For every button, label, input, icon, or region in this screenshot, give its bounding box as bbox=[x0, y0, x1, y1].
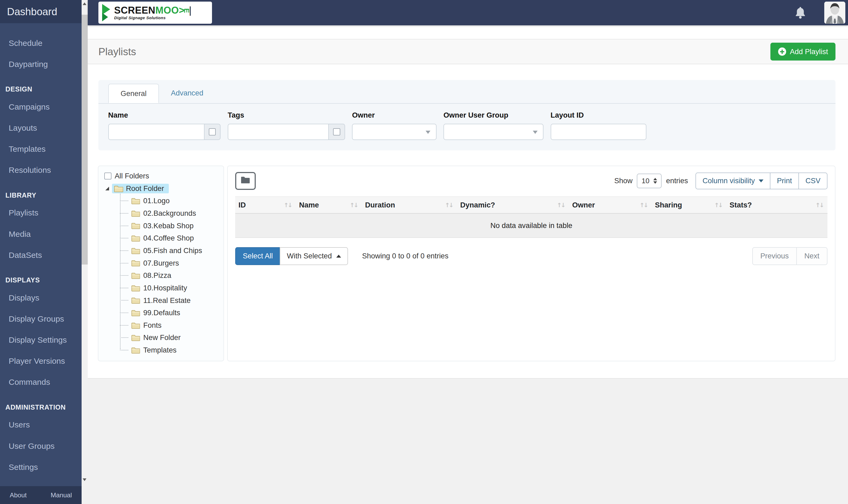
tree-node-templates[interactable]: Templates bbox=[120, 344, 220, 357]
tree-node-01-logo[interactable]: 01.Logo bbox=[120, 195, 220, 207]
select-all-button[interactable]: Select All bbox=[235, 247, 280, 265]
with-selected-dropdown[interactable]: With Selected bbox=[280, 247, 348, 265]
name-input[interactable] bbox=[108, 124, 204, 140]
folder-icon bbox=[114, 185, 123, 192]
manual-link[interactable]: Manual bbox=[51, 491, 72, 499]
tree-node-99-defaults[interactable]: 99.Defaults bbox=[120, 307, 220, 319]
playlists-table: ID↑↓Name↑↓Duration↑↓Dynamic?↑↓Owner↑↓Sha… bbox=[235, 196, 828, 238]
logo-tagline: Digital Signage Solutions bbox=[114, 16, 192, 20]
folder-icon bbox=[131, 297, 141, 304]
folder-icon bbox=[131, 322, 141, 329]
csv-button[interactable]: CSV bbox=[798, 173, 828, 189]
print-button[interactable]: Print bbox=[770, 173, 799, 189]
column-label: Stats? bbox=[729, 201, 752, 209]
sidebar-item-settings[interactable]: Settings bbox=[0, 456, 82, 478]
about-link[interactable]: About bbox=[10, 491, 27, 499]
column-header-owner[interactable]: Owner↑↓ bbox=[569, 197, 651, 213]
tree-node-label: 08.Pizza bbox=[143, 271, 171, 280]
folder-icon bbox=[131, 222, 141, 229]
sidebar-item-dayparting[interactable]: Dayparting bbox=[0, 54, 82, 75]
sidebar-item-media[interactable]: Media bbox=[0, 223, 82, 245]
sort-icon: ↑↓ bbox=[284, 202, 292, 209]
tree-node-11-real-estate[interactable]: 11.Real Estate bbox=[120, 294, 220, 307]
entries-label: entries bbox=[666, 177, 688, 185]
datatable-buttons: Column visibilityPrintCSV bbox=[696, 173, 828, 189]
sidebar-item-templates[interactable]: Templates bbox=[0, 139, 82, 160]
owner-user-group-select[interactable] bbox=[444, 124, 543, 140]
table-info: Showing 0 to 0 of 0 entries bbox=[362, 252, 449, 260]
sidebar-item-player-versions[interactable]: Player Versions bbox=[0, 350, 82, 372]
filter-owner: Owner bbox=[352, 111, 436, 140]
next-page-button[interactable]: Next bbox=[796, 247, 828, 265]
sidebar-item-commands[interactable]: Commands bbox=[0, 372, 82, 393]
sidebar-item-layouts[interactable]: Layouts bbox=[0, 117, 82, 139]
column-header-id[interactable]: ID↑↓ bbox=[235, 197, 296, 213]
tab-advanced[interactable]: Advanced bbox=[159, 84, 215, 103]
tree-node-03-kebab-shop[interactable]: 03.Kebab Shop bbox=[120, 219, 220, 232]
sort-icon: ↑↓ bbox=[557, 202, 565, 209]
sidebar-scrollbar[interactable] bbox=[82, 0, 88, 504]
page-length-select[interactable]: 10 bbox=[637, 174, 662, 188]
name-exact-checkbox[interactable] bbox=[209, 128, 216, 135]
previous-page-button[interactable]: Previous bbox=[752, 247, 797, 265]
tree-node-root-folder[interactable]: Root Folder bbox=[112, 184, 169, 193]
sidebar-section-displays: DISPLAYS bbox=[0, 273, 82, 287]
all-folders-label: All Folders bbox=[115, 172, 149, 180]
tab-general[interactable]: General bbox=[108, 84, 159, 103]
logo-play-icon bbox=[101, 3, 114, 22]
tree-node-label: 05.Fish and Chips bbox=[143, 247, 202, 255]
screenmoove-logo[interactable]: SCREENMOO>E| Digital Signage Solutions bbox=[98, 2, 212, 24]
column-label: Owner bbox=[572, 201, 595, 209]
user-avatar[interactable] bbox=[824, 2, 845, 24]
tree-node-02-backgrounds[interactable]: 02.Backgrounds bbox=[120, 207, 220, 220]
notifications-bell-icon[interactable] bbox=[794, 6, 807, 19]
scroll-up-arrow-icon[interactable] bbox=[82, 1, 88, 7]
tree-node-08-pizza[interactable]: 08.Pizza bbox=[120, 269, 220, 282]
column-header-dynamic[interactable]: Dynamic?↑↓ bbox=[457, 197, 569, 213]
scroll-down-arrow-icon[interactable] bbox=[82, 476, 88, 483]
tree-node-04-coffee-shop[interactable]: 04.Coffee Shop bbox=[120, 232, 220, 245]
sidebar-item-campaigns[interactable]: Campaigns bbox=[0, 96, 82, 117]
scrollbar-thumb[interactable] bbox=[82, 15, 88, 265]
tree-node-05-fish-and-chips[interactable]: 05.Fish and Chips bbox=[120, 245, 220, 257]
filter-owner-user-group: Owner User Group bbox=[444, 111, 543, 140]
tree-node-10-hospitality[interactable]: 10.Hospitality bbox=[120, 282, 220, 294]
main-area: SCREENMOO>E| Digital Signage Solutions bbox=[88, 0, 848, 504]
tree-collapse-toggle-icon[interactable] bbox=[105, 187, 109, 191]
sidebar: Dashboard ScheduleDaypartingDESIGNCampai… bbox=[0, 0, 82, 504]
column-header-duration[interactable]: Duration↑↓ bbox=[362, 197, 457, 213]
sidebar-item-displays[interactable]: Displays bbox=[0, 287, 82, 308]
tags-label: Tags bbox=[228, 111, 345, 120]
tree-node-new-folder[interactable]: New Folder bbox=[120, 331, 220, 344]
sidebar-item-playlists[interactable]: Playlists bbox=[0, 202, 82, 223]
sidebar-item-display-settings[interactable]: Display Settings bbox=[0, 329, 82, 350]
column-header-name[interactable]: Name↑↓ bbox=[296, 197, 362, 213]
tags-input[interactable] bbox=[228, 124, 328, 140]
sidebar-item-user-groups[interactable]: User Groups bbox=[0, 435, 82, 456]
filter-layout-id: Layout ID bbox=[551, 111, 646, 140]
column-label: Duration bbox=[365, 201, 395, 209]
sidebar-item-datasets[interactable]: DataSets bbox=[0, 245, 82, 266]
tree-node-label: 03.Kebab Shop bbox=[143, 221, 194, 230]
toggle-folders-button[interactable] bbox=[235, 172, 256, 190]
tags-exact-checkbox[interactable] bbox=[333, 128, 340, 135]
folder-tree-children: 01.Logo02.Backgrounds03.Kebab Shop04.Cof… bbox=[120, 195, 220, 356]
sidebar-item-schedule[interactable]: Schedule bbox=[0, 33, 82, 54]
add-playlist-button[interactable]: Add Playlist bbox=[771, 43, 835, 60]
folder-icon bbox=[131, 235, 141, 241]
owner-select[interactable] bbox=[352, 124, 436, 140]
sidebar-section-design: DESIGN bbox=[0, 82, 82, 96]
layout-id-input[interactable] bbox=[551, 124, 646, 140]
tree-node-07-burgers[interactable]: 07.Burgers bbox=[120, 257, 220, 269]
all-folders-checkbox[interactable] bbox=[104, 173, 111, 179]
column-header-stats[interactable]: Stats?↑↓ bbox=[726, 197, 828, 213]
column-label: ID bbox=[238, 201, 246, 209]
column-header-sharing[interactable]: Sharing↑↓ bbox=[652, 197, 726, 213]
column-visibility-button[interactable]: Column visibility bbox=[696, 173, 771, 189]
tree-node-fonts[interactable]: Fonts bbox=[120, 319, 220, 331]
sort-icon: ↑↓ bbox=[639, 202, 648, 209]
sidebar-item-display-groups[interactable]: Display Groups bbox=[0, 308, 82, 329]
folder-icon bbox=[131, 347, 141, 354]
sidebar-item-users[interactable]: Users bbox=[0, 414, 82, 435]
sidebar-item-resolutions[interactable]: Resolutions bbox=[0, 160, 82, 181]
